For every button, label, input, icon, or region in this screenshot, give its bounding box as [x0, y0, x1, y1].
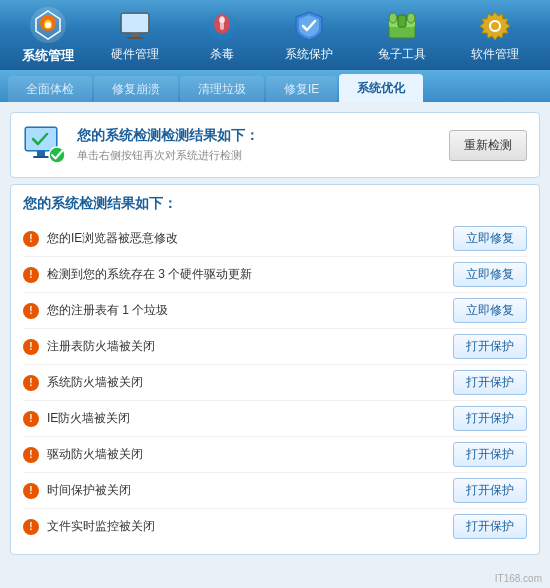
warning-icon: !: [23, 375, 39, 391]
result-left: ! 文件实时监控被关闭: [23, 518, 155, 535]
tab-clean-trash[interactable]: 清理垃圾: [180, 76, 264, 102]
shield-icon: [291, 8, 327, 44]
result-left: ! IE防火墙被关闭: [23, 410, 130, 427]
svg-rect-3: [122, 14, 148, 32]
app-logo: 系统管理: [8, 5, 88, 65]
svg-rect-19: [37, 151, 45, 156]
box-icon: [384, 8, 420, 44]
svg-point-13: [389, 13, 397, 23]
action-button-7[interactable]: 打开保护: [453, 478, 527, 503]
results-section: 您的系统检测结果如下： ! 您的IE浏览器被恶意修改 立即修复 ! 检测到您的系…: [10, 184, 540, 555]
tab-repair-ie[interactable]: 修复IE: [266, 76, 337, 102]
summary-subtitle: 单击右侧按钮再次对系统进行检测: [77, 148, 259, 163]
action-button-4[interactable]: 打开保护: [453, 370, 527, 395]
action-button-2[interactable]: 立即修复: [453, 298, 527, 323]
result-text: 您的注册表有 1 个垃圾: [47, 302, 168, 319]
nav-item-tools[interactable]: 兔子工具: [368, 2, 436, 69]
warning-icon: !: [23, 447, 39, 463]
action-button-3[interactable]: 打开保护: [453, 334, 527, 359]
result-text: 文件实时监控被关闭: [47, 518, 155, 535]
nav-label-protect: 系统保护: [285, 46, 333, 63]
result-text: IE防火墙被关闭: [47, 410, 130, 427]
result-row: ! 您的注册表有 1 个垃圾 立即修复: [23, 293, 527, 329]
result-left: ! 驱动防火墙被关闭: [23, 446, 143, 463]
result-row: ! 您的IE浏览器被恶意修改 立即修复: [23, 221, 527, 257]
result-text: 您的IE浏览器被恶意修改: [47, 230, 178, 247]
nav-label-kill: 杀毒: [210, 46, 234, 63]
result-row: ! 系统防火墙被关闭 打开保护: [23, 365, 527, 401]
summary-box: 您的系统检测检测结果如下： 单击右侧按钮再次对系统进行检测 重新检测: [10, 112, 540, 178]
gear-icon: [477, 8, 513, 44]
nav-label-tools: 兔子工具: [378, 46, 426, 63]
result-row: ! 文件实时监控被关闭 打开保护: [23, 509, 527, 544]
results-list: ! 您的IE浏览器被恶意修改 立即修复 ! 检测到您的系统存在 3 个硬件驱动更…: [23, 221, 527, 544]
nav-item-protect[interactable]: 系统保护: [275, 2, 343, 69]
tab-optimize[interactable]: 系统优化: [339, 74, 423, 102]
top-navigation-bar: 系统管理 硬件管理: [0, 0, 550, 70]
rescan-button[interactable]: 重新检测: [449, 130, 527, 161]
result-row: ! IE防火墙被关闭 打开保护: [23, 401, 527, 437]
nav-item-kill[interactable]: 杀毒: [194, 2, 250, 69]
nav-label-hardware: 硬件管理: [111, 46, 159, 63]
results-title: 您的系统检测结果如下：: [23, 195, 527, 213]
action-button-6[interactable]: 打开保护: [453, 442, 527, 467]
watermark: IT168.com: [495, 573, 542, 584]
action-button-1[interactable]: 立即修复: [453, 262, 527, 287]
svg-point-14: [407, 13, 415, 23]
result-text: 注册表防火墙被关闭: [47, 338, 155, 355]
svg-point-16: [491, 22, 499, 30]
summary-left: 您的系统检测检测结果如下： 单击右侧按钮再次对系统进行检测: [23, 123, 259, 167]
result-left: ! 注册表防火墙被关闭: [23, 338, 155, 355]
result-left: ! 您的注册表有 1 个垃圾: [23, 302, 168, 319]
result-left: ! 系统防火墙被关闭: [23, 374, 143, 391]
tab-full-check[interactable]: 全面体检: [8, 76, 92, 102]
nav-label-software: 软件管理: [471, 46, 519, 63]
warning-icon: !: [23, 267, 39, 283]
result-left: ! 时间保护被关闭: [23, 482, 131, 499]
tab-repair-crash[interactable]: 修复崩溃: [94, 76, 178, 102]
result-row: ! 注册表防火墙被关闭 打开保护: [23, 329, 527, 365]
svg-rect-5: [127, 37, 143, 39]
action-button-0[interactable]: 立即修复: [453, 226, 527, 251]
warning-icon: !: [23, 231, 39, 247]
result-text: 驱动防火墙被关闭: [47, 446, 143, 463]
svg-rect-20: [33, 156, 49, 158]
result-row: ! 检测到您的系统存在 3 个硬件驱动更新 立即修复: [23, 257, 527, 293]
tabs-bar: 全面体检 修复崩溃 清理垃圾 修复IE 系统优化: [0, 70, 550, 102]
warning-icon: !: [23, 339, 39, 355]
nav-items: 硬件管理 杀毒 系统保护: [88, 2, 542, 69]
svg-rect-4: [131, 33, 139, 37]
nav-item-hardware[interactable]: 硬件管理: [101, 2, 169, 69]
result-text: 系统防火墙被关闭: [47, 374, 143, 391]
warning-icon: !: [23, 483, 39, 499]
result-text: 时间保护被关闭: [47, 482, 131, 499]
result-text: 检测到您的系统存在 3 个硬件驱动更新: [47, 266, 252, 283]
result-left: ! 检测到您的系统存在 3 个硬件驱动更新: [23, 266, 252, 283]
sword-icon: [204, 8, 240, 44]
result-row: ! 驱动防火墙被关闭 打开保护: [23, 437, 527, 473]
svg-rect-12: [398, 15, 406, 27]
app-title: 系统管理: [22, 47, 74, 65]
warning-icon: !: [23, 303, 39, 319]
svg-point-9: [219, 17, 225, 23]
logo-icon: [28, 5, 68, 45]
result-left: ! 您的IE浏览器被恶意修改: [23, 230, 178, 247]
result-row: ! 时间保护被关闭 打开保护: [23, 473, 527, 509]
summary-text: 您的系统检测检测结果如下： 单击右侧按钮再次对系统进行检测: [77, 127, 259, 163]
monitor-icon: [117, 8, 153, 44]
warning-icon: !: [23, 411, 39, 427]
nav-item-software[interactable]: 软件管理: [461, 2, 529, 69]
summary-monitor-icon: [23, 123, 67, 167]
action-button-5[interactable]: 打开保护: [453, 406, 527, 431]
action-button-8[interactable]: 打开保护: [453, 514, 527, 539]
warning-icon: !: [23, 519, 39, 535]
summary-title: 您的系统检测检测结果如下：: [77, 127, 259, 145]
svg-point-1: [45, 22, 51, 28]
